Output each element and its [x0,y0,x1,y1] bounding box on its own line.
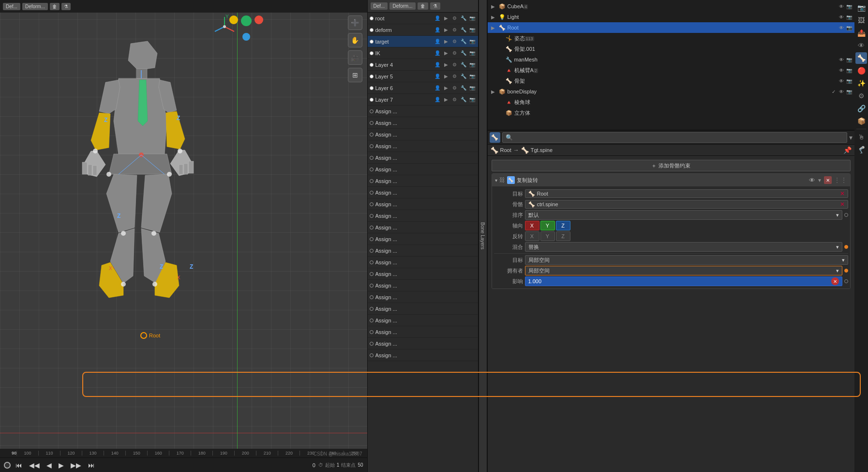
layer-item-22[interactable]: Assign ... [368,268,478,280]
layer-icon-5-2[interactable]: ⚙ [451,73,459,80]
target-value[interactable]: 🦴 Root ✕ [525,189,849,198]
layer-icon-3-0[interactable]: 👤 [434,49,441,57]
outliner-item-5[interactable]: 🔧manMesh👁📷 [488,54,855,65]
layer-item-3[interactable]: IK👤▶⚙🔧📷 [368,47,478,59]
layer-icon-2-1[interactable]: ▶ [442,38,450,46]
layer-item-29[interactable]: Assign ... [368,350,478,361]
layer-icon-1-4[interactable]: 📷 [468,26,476,34]
outliner-item-4[interactable]: 🦴骨架.001 [488,44,855,54]
outliner-eye-5[interactable]: 👁 [838,56,845,63]
prev-frame-button[interactable]: ◀◀ [27,460,42,470]
layer-icon-4-2[interactable]: ⚙ [451,61,459,69]
filter-button[interactable]: ⚗ [61,3,71,10]
outliner-eye-8[interactable]: 👁 [838,88,845,95]
trash-button[interactable]: 🗑 [50,3,60,10]
props-chevron[interactable]: ▾ [849,134,853,141]
layer-item-14[interactable]: Assign ... [368,175,478,187]
layer-item-10[interactable]: Assign ... [368,129,478,140]
layer-item-28[interactable]: Assign ... [368,338,478,350]
props-scene-button[interactable]: 📷 [855,2,867,14]
layer-icon-3-3[interactable]: 🔧 [460,49,467,57]
props-physics-button[interactable]: ⚙ [855,90,867,102]
outliner-item-8[interactable]: ▶📦boneDisplay✓👁📷 [488,86,855,97]
layer-icon-1-3[interactable]: 🔧 [460,26,467,34]
play-button[interactable]: ▶ [57,460,66,470]
layer-item-26[interactable]: Assign ... [368,315,478,326]
layer-icon-2-2[interactable]: ⚙ [451,38,459,46]
layer-icon-0-2[interactable]: ⚙ [451,15,459,22]
layer-item-0[interactable]: root👤▶⚙🔧📷 [368,13,478,24]
layer-item-11[interactable]: Assign ... [368,140,478,152]
bone-value[interactable]: 🦴 ctrl.spine ✕ [525,200,849,209]
layer-icon-4-1[interactable]: ▶ [442,61,450,69]
outliner-item-6[interactable]: 🔺机械臂A2👁📷 [488,65,855,76]
layer-item-13[interactable]: Assign ... [368,164,478,175]
layer-icon-5-0[interactable]: 👤 [434,73,441,80]
props-constraints-button[interactable]: 🔗 [855,103,867,114]
outliner-item-10[interactable]: 📦立方体 [488,107,855,118]
constraint-header[interactable]: ▾ ⛓ 🦴 复制旋转 👁 ▼ ✕ ⋮⋮ [492,174,851,186]
layer-icon-0-4[interactable]: 📷 [468,15,476,22]
layer-icon-7-2[interactable]: ⚙ [451,96,459,104]
layer-icon-1-0[interactable]: 👤 [434,26,441,34]
tool-camera[interactable]: 🎥 [348,50,362,65]
outliner-item-9[interactable]: 🔺棱角球 [488,97,855,107]
layer-icon-7-4[interactable]: 📷 [468,96,476,104]
prev-key-button[interactable]: ◀ [45,460,54,470]
layer-icon-6-3[interactable]: 🔧 [460,84,467,92]
owner-space-dot[interactable] [844,269,848,273]
props-bone-button[interactable]: 🦴 [855,52,867,64]
outliner-camera-2[interactable]: 📷 [846,24,853,31]
mode-deform-button[interactable]: Deform... [22,3,48,10]
influence-reset-button[interactable]: ✕ [831,277,839,285]
tool-grid[interactable]: ⊞ [348,68,362,82]
layer-item-2[interactable]: target👤▶⚙🔧📷 [368,36,478,47]
props-object-button[interactable]: 📦 [855,115,867,127]
outliner-check-8[interactable]: ✓ [830,88,837,95]
skip-end-button[interactable]: ⏭ [86,460,97,470]
outliner-camera-5[interactable]: 📷 [846,56,853,63]
props-mode-icon[interactable]: 🦴 [490,132,500,143]
outliner-item-2[interactable]: ▶🦴Root👁📷 [488,22,855,33]
flip-z-button[interactable]: Z [556,231,570,241]
outliner-item-1[interactable]: ▶💡Light👁📷 [488,12,855,22]
props-output-button[interactable]: 📤 [855,27,867,39]
layer-icon-1-2[interactable]: ⚙ [451,26,459,34]
layer-icon-5-1[interactable]: ▶ [442,73,450,80]
viewport[interactable]: Def... Deform... 🗑 ⚗ Y [0,0,367,472]
layer-item-8[interactable]: Assign ... [368,106,478,117]
outliner-eye-6[interactable]: 👁 [838,67,845,74]
layer-icon-4-4[interactable]: 📷 [468,61,476,69]
layer-item-16[interactable]: Assign ... [368,198,478,210]
mode-def-button[interactable]: Def... [3,3,20,10]
props-particles-button[interactable]: ✨ [855,77,867,89]
layer-icon-1-1[interactable]: ▶ [442,26,450,34]
layer-icon-6-2[interactable]: ⚙ [451,84,459,92]
next-key-button[interactable]: ▶▶ [69,460,83,470]
layer-item-18[interactable]: Assign ... [368,222,478,233]
layer-item-15[interactable]: Assign ... [368,187,478,198]
props-material-button[interactable]: 🔴 [855,65,867,76]
layer-item-5[interactable]: Layer 5👤▶⚙🔧📷 [368,71,478,82]
layer-item-23[interactable]: Assign ... [368,280,478,291]
layer-icon-2-3[interactable]: 🔧 [460,38,467,46]
layer-item-25[interactable]: Assign ... [368,303,478,315]
axis-z-button[interactable]: Z [556,221,570,230]
axis-x-button[interactable]: X [525,221,539,230]
layer-item-24[interactable]: Assign ... [368,291,478,303]
outliner-camera-6[interactable]: 📷 [846,67,853,74]
props-extra2-button[interactable]: 🦿 [855,144,867,155]
influence-bar[interactable]: 1.000 ✕ [525,276,843,286]
order-dropdown[interactable]: 默认 ▾ [525,210,843,220]
outliner-item-7[interactable]: 🦴骨架👁📷 [488,76,855,86]
layer-item-20[interactable]: Assign ... [368,245,478,257]
layer-icon-4-0[interactable]: 👤 [434,61,441,69]
constraint-eye-icon[interactable]: 👁 [809,177,815,184]
outliner-eye-7[interactable]: 👁 [838,77,845,84]
outliner-eye-1[interactable]: 👁 [838,14,845,20]
layer-icon-3-4[interactable]: 📷 [468,49,476,57]
search-box[interactable]: 🔍 [502,132,848,143]
flip-y-button[interactable]: Y [540,231,555,241]
layer-item-1[interactable]: deform👤▶⚙🔧📷 [368,24,478,36]
pin-icon[interactable]: 📌 [843,146,852,154]
